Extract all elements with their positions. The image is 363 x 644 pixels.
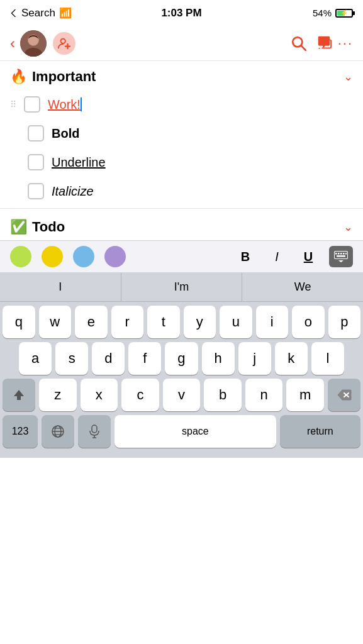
shift-icon bbox=[13, 389, 25, 401]
color-green-dot[interactable] bbox=[10, 246, 31, 267]
chat-button[interactable] bbox=[313, 32, 335, 55]
text-cursor bbox=[81, 97, 82, 111]
checkbox-work[interactable] bbox=[24, 96, 40, 113]
shift-key[interactable] bbox=[3, 379, 35, 411]
key-f[interactable]: f bbox=[128, 342, 161, 375]
todo-item-italicize[interactable]: Italicize bbox=[0, 177, 363, 206]
svg-rect-25 bbox=[92, 425, 97, 433]
key-k[interactable]: k bbox=[275, 342, 308, 375]
formatting-toolbar: B I U bbox=[0, 240, 363, 273]
color-purple-dot[interactable] bbox=[104, 246, 126, 267]
mic-icon bbox=[89, 425, 100, 438]
battery-percent: 54% bbox=[313, 8, 332, 18]
key-q[interactable]: q bbox=[3, 306, 35, 338]
keyboard: I I'm We q w e r t y u i o p a s d f g h… bbox=[0, 273, 363, 458]
todo-item-work[interactable]: ⠿ Work! bbox=[0, 90, 363, 119]
return-key[interactable]: return bbox=[280, 415, 360, 448]
key-m[interactable]: m bbox=[286, 379, 324, 411]
key-d[interactable]: d bbox=[92, 342, 125, 375]
underline-format-button[interactable]: U bbox=[298, 246, 319, 267]
space-key[interactable]: space bbox=[114, 415, 276, 448]
checkbox-italicize[interactable] bbox=[28, 183, 44, 199]
checkbox-bold[interactable] bbox=[28, 125, 44, 142]
drag-handle-icon[interactable]: ⠿ bbox=[10, 99, 15, 109]
numbers-key[interactable]: 123 bbox=[3, 415, 38, 448]
todo-emoji: ✅ bbox=[10, 219, 27, 235]
key-g[interactable]: g bbox=[165, 342, 198, 375]
keyboard-row-4: 123 space return bbox=[0, 411, 363, 453]
nav-back-button[interactable]: ‹ bbox=[10, 35, 15, 52]
search-button[interactable] bbox=[288, 32, 310, 55]
nav-bar: ‹ ··· bbox=[0, 26, 363, 61]
key-c[interactable]: c bbox=[121, 379, 159, 411]
svg-rect-12 bbox=[338, 253, 340, 255]
status-time: 1:03 PM bbox=[161, 7, 201, 19]
key-b[interactable]: b bbox=[204, 379, 242, 411]
svg-rect-16 bbox=[337, 255, 345, 257]
add-person-icon bbox=[57, 36, 71, 50]
mic-key[interactable] bbox=[78, 415, 111, 448]
svg-rect-10 bbox=[335, 252, 347, 258]
item-text-bold: Bold bbox=[52, 126, 353, 141]
key-n[interactable]: n bbox=[245, 379, 283, 411]
add-person-button[interactable] bbox=[53, 32, 75, 55]
color-blue-dot[interactable] bbox=[73, 246, 94, 267]
key-l[interactable]: l bbox=[311, 342, 344, 375]
chat-icon bbox=[316, 35, 332, 52]
key-v[interactable]: v bbox=[163, 379, 201, 411]
search-icon bbox=[291, 35, 307, 52]
key-y[interactable]: y bbox=[184, 306, 216, 338]
bold-format-button[interactable]: B bbox=[235, 246, 256, 267]
keyboard-hide-icon bbox=[334, 251, 348, 262]
lightning-icon: ⚡ bbox=[340, 9, 348, 16]
keyboard-row-3: z x c v b n m bbox=[0, 375, 363, 411]
todo-label: Todo bbox=[32, 219, 65, 235]
todo-item-underline[interactable]: Underline bbox=[0, 148, 363, 177]
important-chevron[interactable]: ⌄ bbox=[343, 70, 353, 84]
delete-key[interactable] bbox=[328, 379, 360, 411]
svg-line-8 bbox=[301, 45, 305, 50]
predictive-bar: I I'm We bbox=[0, 273, 363, 302]
checkbox-underline[interactable] bbox=[28, 154, 44, 170]
key-h[interactable]: h bbox=[202, 342, 235, 375]
svg-rect-14 bbox=[343, 253, 345, 255]
key-p[interactable]: p bbox=[328, 306, 361, 338]
key-o[interactable]: o bbox=[292, 306, 325, 338]
svg-point-4 bbox=[61, 38, 65, 43]
more-button[interactable]: ··· bbox=[338, 35, 353, 52]
todo-chevron[interactable]: ⌄ bbox=[343, 220, 353, 234]
predictive-item-im[interactable]: I'm bbox=[121, 273, 243, 301]
globe-icon bbox=[51, 425, 65, 438]
key-j[interactable]: j bbox=[238, 342, 271, 375]
important-emoji: 🔥 bbox=[10, 69, 27, 85]
hide-keyboard-button[interactable] bbox=[329, 246, 353, 267]
todo-item-bold[interactable]: Bold bbox=[0, 119, 363, 148]
italic-format-button[interactable]: I bbox=[266, 246, 288, 267]
key-i[interactable]: i bbox=[256, 306, 289, 338]
delete-icon bbox=[337, 389, 352, 401]
todo-title: ✅ Todo bbox=[10, 219, 65, 235]
status-bar: Search 📶 1:03 PM 54% ⚡ bbox=[0, 0, 363, 26]
color-yellow-dot[interactable] bbox=[42, 246, 63, 267]
todo-section-header: ✅ Todo ⌄ bbox=[0, 211, 363, 240]
globe-key[interactable] bbox=[42, 415, 74, 448]
key-e[interactable]: e bbox=[75, 306, 108, 338]
predictive-item-i[interactable]: I bbox=[0, 273, 121, 301]
key-u[interactable]: u bbox=[220, 306, 252, 338]
key-z[interactable]: z bbox=[39, 379, 77, 411]
key-a[interactable]: a bbox=[19, 342, 52, 375]
predictive-item-we[interactable]: We bbox=[242, 273, 363, 301]
content-area: 🔥 Important ⌄ ⠿ Work! Bold Underline Ita… bbox=[0, 61, 363, 240]
key-w[interactable]: w bbox=[39, 306, 72, 338]
avatar[interactable] bbox=[20, 30, 47, 57]
search-back-label: Search bbox=[21, 7, 55, 19]
status-left: Search 📶 bbox=[10, 7, 72, 19]
important-section-header: 🔥 Important ⌄ bbox=[0, 61, 363, 90]
key-r[interactable]: r bbox=[111, 306, 144, 338]
key-s[interactable]: s bbox=[55, 342, 88, 375]
section-divider bbox=[0, 208, 363, 209]
back-arrow-icon bbox=[10, 9, 18, 17]
key-x[interactable]: x bbox=[81, 379, 118, 411]
item-text-underline: Underline bbox=[52, 155, 353, 170]
key-t[interactable]: t bbox=[147, 306, 180, 338]
